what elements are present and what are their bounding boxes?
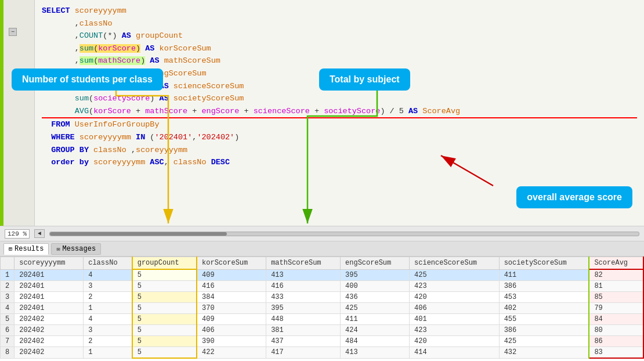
table-cell: 409 (197, 314, 266, 325)
col-header-scoreavg: ScoreAvg (589, 257, 643, 270)
table-cell: 416 (266, 281, 341, 292)
table-row[interactable]: 82024021542241741341443283 (1, 347, 644, 359)
table-cell: 3 (1, 292, 15, 303)
table-cell: 423 (410, 281, 500, 292)
table-cell: 406 (410, 303, 500, 314)
table-cell: 5 (1, 314, 15, 325)
table-cell: 436 (341, 292, 410, 303)
col-header-groupcount: groupCount (132, 257, 197, 270)
table-cell: 3 (84, 281, 132, 292)
table-cell: 384 (197, 292, 266, 303)
tooltip-total-by-subject: Total by subject (319, 68, 410, 91)
table-cell: 202402 (15, 314, 84, 325)
table-cell: 401 (410, 314, 500, 325)
table-row[interactable]: 62024023540638142442338680 (1, 325, 644, 336)
tab-results[interactable]: ⊞ Results (3, 243, 49, 255)
sql-line-1: SELECT scoreyyyymm (42, 5, 637, 17)
table-cell: 2 (84, 336, 132, 347)
table-cell: 83 (589, 347, 643, 359)
col-header-scoreyyyymm: scoreyyyymm (15, 257, 84, 270)
bottom-bar: 129 % ◄ (0, 226, 644, 241)
scroll-left-btn[interactable]: ◄ (34, 229, 45, 238)
table-cell: 370 (197, 303, 266, 314)
table-cell: 413 (341, 347, 410, 359)
table-cell: 79 (589, 303, 643, 314)
tooltip-overall-avg: overall average score (516, 186, 632, 208)
tab-messages[interactable]: ✉ Messages (51, 243, 101, 255)
table-cell: 5 (132, 347, 197, 359)
table-cell: 202401 (15, 292, 84, 303)
table-row[interactable]: 52024024540944841140145584 (1, 314, 644, 325)
table-cell: 5 (132, 325, 197, 336)
col-header-classno: classNo (84, 257, 132, 270)
table-cell: 202401 (15, 303, 84, 314)
sql-line-12: GROUP BY classNo ,scoreyyyymm (42, 144, 637, 157)
table-cell: 411 (341, 314, 410, 325)
table-cell: 425 (499, 336, 589, 347)
results-tabs: ⊞ Results ✉ Messages (0, 241, 644, 257)
table-cell: 400 (341, 281, 410, 292)
table-cell: 202402 (15, 347, 84, 359)
table-cell: 82 (589, 269, 643, 281)
table-cell: 432 (499, 347, 589, 359)
table-cell: 5 (132, 269, 197, 281)
sql-line-5: ,sum(mathScore) AS mathScoreSum (42, 55, 637, 67)
results-table-wrapper[interactable]: scoreyyyymm classNo groupCount korScoreS… (0, 257, 644, 360)
table-cell: 202402 (15, 336, 84, 347)
sql-line-13: order by scoreyyyymm ASC, classNo DESC (42, 156, 637, 169)
table-row[interactable]: 32024012538443343642045385 (1, 292, 644, 303)
table-cell: 5 (132, 281, 197, 292)
table-row[interactable]: 72024022539043748442042586 (1, 336, 644, 347)
table-cell: 420 (410, 292, 500, 303)
table-cell: 402 (499, 303, 589, 314)
table-cell: 395 (266, 303, 341, 314)
table-cell: 2 (84, 292, 132, 303)
table-cell: 417 (266, 347, 341, 359)
table-cell: 86 (589, 336, 643, 347)
table-cell: 420 (410, 336, 500, 347)
table-cell: 5 (132, 336, 197, 347)
sql-line-4: ,sum(korScore) AS korScoreSum (42, 42, 637, 55)
green-sidebar-bar (0, 0, 3, 226)
col-header-mathscoresum: mathScoreSum (266, 257, 341, 270)
sql-line-10: FROM UserInfoForGroupBy (42, 118, 637, 131)
table-cell: 1 (1, 269, 15, 281)
table-cell: 433 (266, 292, 341, 303)
table-cell: 381 (266, 325, 341, 336)
table-cell: 4 (84, 269, 132, 281)
table-cell: 448 (266, 314, 341, 325)
table-cell: 424 (341, 325, 410, 336)
table-cell: 1 (84, 347, 132, 359)
table-cell: 425 (341, 303, 410, 314)
sql-line-11: WHERE scoreyyyymm IN ('202401','202402') (42, 131, 637, 144)
table-cell: 409 (197, 269, 266, 281)
table-cell: 5 (132, 292, 197, 303)
table-cell: 85 (589, 292, 643, 303)
table-row[interactable]: 42024011537039542540640279 (1, 303, 644, 314)
table-cell: 8 (1, 347, 15, 359)
table-row[interactable]: 12024014540941339542541182 (1, 269, 644, 281)
table-row[interactable]: 22024013541641640042338681 (1, 281, 644, 292)
table-cell: 4 (1, 303, 15, 314)
table-cell: 6 (1, 325, 15, 336)
app-container: − SELECT scoreyyyymm ,classNo ,COUNT(*) … (0, 0, 644, 361)
table-cell: 411 (499, 269, 589, 281)
table-cell: 416 (197, 281, 266, 292)
col-header-rownum (1, 257, 15, 270)
col-header-korscoresum: korScoreSum (197, 257, 266, 270)
table-icon: ⊞ (9, 246, 12, 252)
table-cell: 453 (499, 292, 589, 303)
table-cell: 423 (410, 325, 500, 336)
col-header-sciencescoresum: scienceScoreSum (410, 257, 500, 270)
table-cell: 422 (197, 347, 266, 359)
table-cell: 386 (499, 325, 589, 336)
table-cell: 202401 (15, 269, 84, 281)
table-cell: 437 (266, 336, 341, 347)
collapse-icon[interactable]: − (9, 28, 17, 36)
table-cell: 81 (589, 281, 643, 292)
table-cell: 202401 (15, 281, 84, 292)
zoom-label: 129 % (5, 229, 30, 239)
table-cell: 202402 (15, 325, 84, 336)
results-table: scoreyyyymm classNo groupCount korScoreS… (0, 257, 644, 359)
table-cell: 484 (341, 336, 410, 347)
